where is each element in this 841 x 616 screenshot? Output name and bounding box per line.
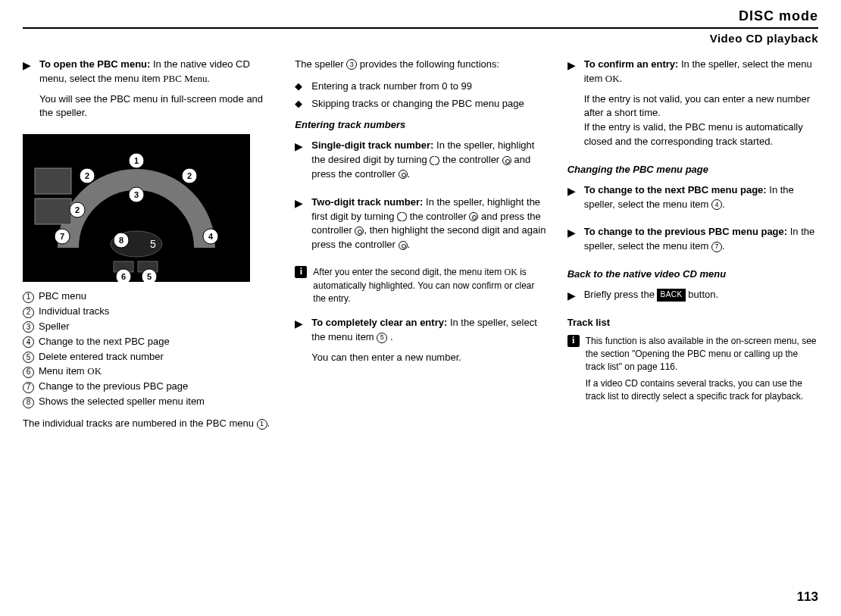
- step-arrow-icon: ▶: [295, 195, 311, 258]
- legend-marker: 6: [23, 367, 34, 378]
- svg-text:3: 3: [134, 190, 139, 199]
- step-next-pbc-page: ▶ To change to the next PBC menu page: I…: [567, 183, 818, 218]
- note-track-list: i This function is also available in the…: [567, 335, 818, 407]
- text: If a video CD contains several tracks, y…: [586, 377, 818, 404]
- speller-functions-list: ◆ Entering a track number from 0 to 99 ◆…: [295, 80, 546, 111]
- legend-row: 1PBC menu: [23, 289, 274, 304]
- step-arrow-icon: ▶: [567, 225, 584, 260]
- list-text: Entering a track number from 0 to 99: [311, 80, 472, 94]
- text: The individual tracks are numbered in th…: [23, 417, 257, 429]
- pbc-menu-diagram: 5 1 2 2 2 3 4 5 6 7 8: [23, 134, 250, 282]
- step-open-pbc: ▶ To open the PBC menu: In the native vi…: [23, 58, 274, 127]
- svg-text:7: 7: [60, 232, 64, 241]
- list-item: ◆ Entering a track number from 0 to 99: [295, 80, 546, 94]
- text: .: [722, 240, 725, 252]
- svg-text:5: 5: [147, 272, 152, 281]
- legend-label: Individual tracks: [39, 305, 109, 319]
- diagram-legend: 1PBC menu 2Individual tracks 3Speller 4C…: [23, 289, 274, 409]
- heading-change-pbc-page: Changing the PBC menu page: [567, 163, 818, 177]
- controller-rotate-icon: [430, 156, 439, 165]
- legend-label: PBC menu: [39, 289, 86, 304]
- note-text: This function is also available in the o…: [586, 335, 818, 407]
- legend-label: Change to the next PBC page: [39, 335, 170, 349]
- note-text: After you enter the second digit, the me…: [313, 266, 546, 308]
- step-arrow-icon: ▶: [567, 288, 584, 308]
- step-content: Two-digit track number: In the speller, …: [311, 195, 546, 258]
- legend-ok: OK: [87, 365, 102, 377]
- text: After you enter the second digit, the me…: [313, 267, 504, 277]
- info-icon: i: [567, 335, 580, 347]
- step-label: To change to the next PBC menu page:: [584, 184, 767, 195]
- step-content: To completely clear an entry: In the spe…: [311, 316, 546, 371]
- bullet-icon: ◆: [295, 97, 311, 111]
- step-confirm-entry: ▶ To confirm an entry: In the speller, s…: [567, 58, 818, 155]
- controller-icon: [469, 212, 478, 221]
- text: The speller: [295, 58, 346, 70]
- step-label: To confirm an entry:: [584, 58, 679, 70]
- step-back-button: ▶ Briefly press the BACK button.: [567, 288, 818, 308]
- ok-label: OK: [504, 267, 517, 277]
- heading-track-list: Track list: [567, 316, 818, 330]
- legend-marker: 2: [23, 307, 34, 318]
- step-arrow-icon: ▶: [23, 58, 39, 127]
- text: Briefly press the: [584, 289, 658, 300]
- text: If the entry is valid, the PBC menu is a…: [584, 121, 803, 147]
- text: .: [408, 239, 411, 250]
- legend-row: 3Speller: [23, 320, 274, 334]
- text: the controller: [407, 211, 469, 222]
- svg-text:6: 6: [121, 272, 126, 281]
- svg-rect-2: [35, 199, 71, 224]
- step-label: To completely clear an entry:: [311, 317, 447, 328]
- step-content: To change to the next PBC menu page: In …: [584, 183, 818, 218]
- ok-label: OK: [605, 73, 620, 84]
- svg-text:2: 2: [187, 171, 192, 180]
- step-content: Briefly press the BACK button.: [584, 288, 818, 308]
- legend-label: Speller: [39, 320, 69, 334]
- legend-row: 6Menu item OK: [23, 364, 274, 379]
- step-content: Single-digit track number: In the spelle…: [311, 139, 546, 188]
- step-label: Single-digit track number:: [311, 139, 433, 151]
- step-single-digit: ▶ Single-digit track number: In the spel…: [295, 139, 546, 188]
- list-item: ◆ Skipping tracks or changing the PBC me…: [295, 97, 546, 111]
- ref-marker-4: 4: [711, 199, 722, 210]
- step-prev-pbc-page: ▶ To change to the previous PBC menu pag…: [567, 225, 818, 260]
- column-1: ▶ To open the PBC menu: In the native vi…: [23, 58, 274, 439]
- text: the controller: [439, 154, 502, 165]
- info-icon: i: [295, 266, 307, 278]
- page-number: 113: [797, 588, 818, 607]
- step-label: To change to the previous PBC menu page:: [584, 226, 787, 237]
- header-rule: [23, 27, 818, 29]
- legend-marker: 8: [23, 397, 34, 408]
- svg-text:8: 8: [119, 236, 123, 245]
- speller-intro: The speller 3 provides the following fun…: [295, 58, 546, 72]
- step-arrow-icon: ▶: [567, 183, 584, 218]
- legend-label: Delete entered track number: [39, 350, 164, 364]
- content-columns: ▶ To open the PBC menu: In the native vi…: [23, 58, 818, 439]
- back-button-icon: BACK: [657, 289, 685, 302]
- legend-row: 4Change to the next PBC page: [23, 335, 274, 349]
- controller-press-icon: [399, 170, 408, 179]
- ref-marker-5: 5: [377, 333, 387, 343]
- legend-marker: 4: [23, 336, 34, 348]
- menu-item-pbc: PBC Menu.: [163, 73, 209, 84]
- step-two-digit: ▶ Two-digit track number: In the speller…: [295, 195, 546, 258]
- svg-text:1: 1: [134, 156, 139, 165]
- legend-label-prefix: Menu item: [39, 365, 87, 377]
- controller-icon: [502, 156, 511, 165]
- svg-text:4: 4: [208, 232, 214, 241]
- column-2: The speller 3 provides the following fun…: [295, 58, 546, 439]
- legend-label: Shows the selected speller menu item: [39, 395, 205, 409]
- heading-entering-track-numbers: Entering track numbers: [295, 118, 546, 133]
- ref-marker-1: 1: [257, 419, 267, 430]
- step-clear-entry: ▶ To completely clear an entry: In the s…: [295, 316, 546, 371]
- text: provides the following functions:: [357, 58, 499, 70]
- page-header-title: DISC mode: [23, 6, 818, 26]
- svg-text:5: 5: [150, 238, 156, 250]
- controller-rotate-icon: [397, 212, 407, 221]
- legend-row: 8Shows the selected speller menu item: [23, 395, 274, 409]
- heading-back-native-menu: Back to the native video CD menu: [567, 267, 818, 282]
- bullet-icon: ◆: [295, 80, 311, 94]
- text: .: [620, 73, 623, 84]
- step-label: To open the PBC menu:: [39, 58, 150, 70]
- svg-text:2: 2: [85, 171, 89, 180]
